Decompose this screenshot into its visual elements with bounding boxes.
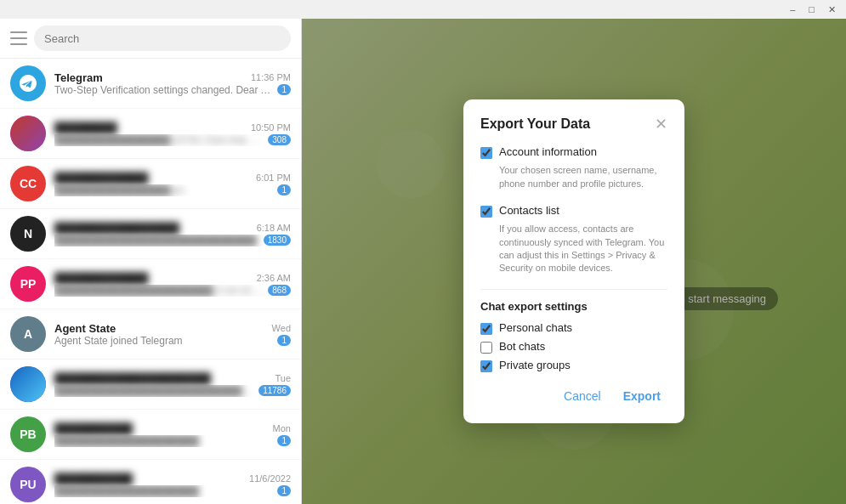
contacts-list-checkbox[interactable]: [480, 206, 492, 218]
app-container: Telegram 11:36 PM Two-Step Verification …: [0, 19, 846, 504]
chat-preview: ████████████████/15791 Click that 🔔 ...: [54, 134, 264, 146]
chat-name: ████████████████████: [54, 372, 211, 385]
chat-info: ██████████ 11/6/2022 ███████████████████…: [54, 473, 291, 497]
chat-time: 11/6/2022: [249, 473, 291, 484]
chat-time: Tue: [275, 373, 291, 383]
avatar: PB: [10, 416, 46, 452]
bot-chats-row: Bot chats: [480, 340, 667, 354]
chat-list: Telegram 11:36 PM Two-Step Verification …: [0, 59, 301, 504]
maximize-button[interactable]: □: [805, 4, 818, 14]
unread-badge: 11786: [258, 385, 291, 396]
chat-preview: ████████████████████████████: [54, 235, 260, 246]
chat-time: Mon: [273, 423, 291, 433]
avatar: A: [10, 316, 46, 352]
export-button[interactable]: Export: [616, 386, 667, 406]
private-groups-checkbox[interactable]: [480, 360, 492, 372]
cancel-button[interactable]: Cancel: [557, 386, 608, 406]
chat-name: ████████████: [54, 272, 149, 285]
hamburger-menu[interactable]: [10, 31, 27, 45]
private-groups-row: Private groups: [480, 359, 667, 372]
avatar: [10, 116, 46, 151]
chat-name: ██████████: [54, 422, 133, 435]
unread-badge: 1: [277, 435, 291, 446]
chat-preview: ██████████████████████ 4:18-22: "Who aga…: [54, 285, 264, 297]
bot-chats-checkbox[interactable]: [480, 342, 492, 354]
chat-name: ████████: [54, 122, 117, 134]
sidebar-header: [0, 19, 301, 59]
contacts-list-desc: If you allow access, contacts are contin…: [499, 223, 667, 275]
close-button[interactable]: ✕: [825, 4, 839, 15]
chat-preview: ████████████████████: [54, 485, 274, 497]
chat-info: ████████████ 2:36 AM ███████████████████…: [54, 272, 291, 297]
chat-item[interactable]: ████████████████████ Tue ███████████████…: [0, 360, 301, 410]
personal-chats-checkbox[interactable]: [480, 323, 492, 335]
chat-info: ████████████ 6:01 PM ████████████████am …: [54, 172, 291, 196]
modal-close-button[interactable]: ✕: [655, 116, 667, 132]
modal-title: Export Your Data: [480, 116, 590, 132]
export-modal: Export Your Data ✕ Account information Y…: [463, 99, 684, 422]
chat-preview: ████████████████am: [54, 184, 274, 196]
chat-name: ██████████: [54, 473, 133, 485]
personal-chats-row: Personal chats: [480, 321, 667, 335]
avatar: N: [10, 216, 46, 252]
minimize-button[interactable]: –: [786, 4, 798, 14]
unread-badge: 1: [277, 485, 291, 496]
account-info-label[interactable]: Account information: [499, 145, 597, 158]
chat-item[interactable]: PB ██████████ Mon ████████████████████ 1: [0, 410, 301, 460]
personal-chats-label[interactable]: Personal chats: [499, 321, 572, 334]
chat-item[interactable]: N ████████████████ 6:18 AM █████████████…: [0, 209, 301, 259]
chat-preview: Two-Step Verification settings changed. …: [54, 84, 274, 96]
chat-item[interactable]: PP ████████████ 2:36 AM ████████████████…: [0, 259, 301, 309]
chat-name: ████████████████: [54, 222, 179, 235]
chat-info: Agent State Wed Agent State joined Teleg…: [54, 322, 291, 347]
sidebar: Telegram 11:36 PM Two-Step Verification …: [0, 19, 302, 504]
chat-item[interactable]: Telegram 11:36 PM Two-Step Verification …: [0, 59, 301, 109]
unread-badge: 1830: [264, 235, 291, 246]
chat-item[interactable]: ████████ 10:50 PM ████████████████/15791…: [0, 109, 301, 159]
unread-badge: 1: [277, 184, 291, 195]
chat-time: Wed: [272, 323, 291, 333]
chat-info: ████████████████ 6:18 AM ███████████████…: [54, 222, 291, 246]
chat-preview: Agent State joined Telegram: [54, 335, 274, 347]
chat-name: Telegram: [54, 71, 103, 84]
unread-badge: 1: [277, 335, 291, 346]
contacts-list-section: Contacts list If you allow access, conta…: [480, 204, 667, 275]
main-area: 🔒 elect a chat to start messaging Export…: [302, 19, 846, 504]
account-info-row: Account information: [480, 145, 667, 159]
chat-name: Agent State: [54, 322, 116, 335]
unread-badge: 1: [277, 84, 291, 95]
modal-footer: Cancel Export: [480, 386, 667, 406]
chat-preview: ████████████████████: [54, 435, 274, 447]
avatar: CC: [10, 166, 46, 201]
modal-header: Export Your Data ✕: [480, 116, 667, 132]
contacts-list-row: Contacts list: [480, 204, 667, 218]
chat-info: ████████████████████ Tue ███████████████…: [54, 372, 291, 397]
account-info-checkbox[interactable]: [480, 147, 492, 159]
bot-chats-label[interactable]: Bot chats: [499, 340, 545, 353]
chat-info: ████████ 10:50 PM ████████████████/15791…: [54, 122, 291, 146]
account-info-section: Account information Your chosen screen n…: [480, 145, 667, 190]
chat-time: 6:01 PM: [256, 173, 291, 183]
avatar: PP: [10, 266, 46, 302]
contacts-list-label[interactable]: Contacts list: [499, 204, 559, 217]
titlebar: – □ ✕: [0, 0, 846, 19]
unread-badge: 868: [268, 285, 291, 296]
chat-item[interactable]: A Agent State Wed Agent State joined Tel…: [0, 309, 301, 360]
chat-export-heading: Chat export settings: [480, 300, 667, 313]
chat-name: ████████████: [54, 172, 149, 184]
unread-badge: 308: [268, 134, 291, 145]
avatar: PU: [10, 467, 46, 502]
avatar: [10, 65, 46, 101]
chat-time: 11:36 PM: [251, 72, 291, 82]
chat-time: 2:36 AM: [257, 273, 291, 283]
search-input[interactable]: [34, 25, 291, 51]
chat-item[interactable]: CC ████████████ 6:01 PM ████████████████…: [0, 159, 301, 209]
account-info-desc: Your chosen screen name, username, phone…: [499, 164, 667, 190]
chat-export-section: Chat export settings Personal chats Bot …: [480, 300, 667, 372]
chat-info: Telegram 11:36 PM Two-Step Verification …: [54, 71, 291, 96]
avatar: [10, 366, 46, 402]
modal-overlay: Export Your Data ✕ Account information Y…: [302, 19, 846, 504]
chat-time: 10:50 PM: [251, 122, 291, 133]
chat-item[interactable]: PU ██████████ 11/6/2022 ████████████████…: [0, 460, 301, 504]
private-groups-label[interactable]: Private groups: [499, 359, 571, 371]
